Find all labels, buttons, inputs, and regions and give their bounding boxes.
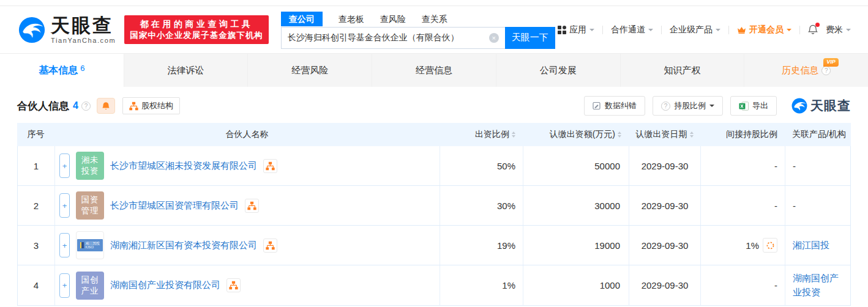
product-link[interactable]: 湘江国投 (793, 239, 829, 253)
partner-logo[interactable]: 湘江国投XJSCI (76, 231, 104, 259)
expand-row-button[interactable]: + (59, 193, 70, 218)
expand-row-button[interactable]: + (59, 233, 70, 257)
search-tab[interactable]: 查公司 (281, 12, 323, 26)
nav-item[interactable]: 开通会员 (737, 24, 791, 35)
column-label: 出资比例 (475, 129, 509, 140)
promo-banner: 都在用的商业查询工具 国家中小企业发展子基金旗下机构 (124, 15, 269, 44)
bell-icon (102, 102, 110, 111)
cell-partner-name: +湘江国投XJSCI湖南湘江新区国有资本投资有限公司 (54, 226, 440, 265)
org-chart-icon (229, 281, 238, 290)
excel-icon (739, 102, 749, 111)
column-label: 认缴出资额(万元) (550, 129, 615, 140)
search-tabs: 查公司查老板查风险查关系 (281, 11, 555, 27)
search-tab[interactable]: 查关系 (422, 12, 447, 26)
partner-name-link[interactable]: 湖南国创产业投资有限公司 (110, 279, 220, 291)
partner-name-link[interactable]: 长沙市望城区湘未投资发展有限公司 (110, 160, 257, 172)
equity-chart-button[interactable] (226, 278, 241, 292)
cell-date: 2029-09-30 (629, 146, 700, 185)
search-input[interactable] (288, 33, 489, 43)
logo-subtitle: TianYanCha.com (51, 37, 116, 44)
search-tab[interactable]: 查风险 (380, 12, 406, 26)
column-header-amount[interactable]: 认缴出资额(万元) (523, 123, 629, 146)
tab-经营风险[interactable]: 经营风险 (248, 54, 372, 87)
monitor-bell-button[interactable] (97, 98, 115, 114)
tab-历史信息[interactable]: 历史信息VIP? (744, 54, 868, 87)
user-menu[interactable]: 费米 (826, 24, 851, 35)
table-body: 1+湘未投资长沙市望城区湘未投资发展有限公司50%500002029-09-30… (17, 146, 851, 306)
tianyancha-logo[interactable]: 天眼查 TianYanCha.com (18, 16, 116, 44)
section-help-icon[interactable]: ? (81, 102, 91, 111)
sort-icon (512, 131, 515, 138)
section-count: 4 (73, 100, 78, 111)
cell-amount: 1000 (523, 265, 629, 305)
notification-dot (815, 23, 820, 27)
data-correction-button[interactable]: 数据纠错 (584, 96, 645, 116)
product-link[interactable]: 湖南国创产业投资 (793, 272, 845, 299)
clear-search-icon[interactable]: × (489, 33, 499, 43)
org-chart-icon (129, 102, 138, 111)
watermark-logo: 天眼查 (791, 97, 851, 114)
expand-row-button[interactable]: + (59, 154, 70, 178)
chevron-down-icon (648, 29, 653, 34)
indirect-path-button[interactable] (763, 238, 777, 253)
column-label: 认缴出资日期 (636, 129, 687, 140)
column-label: 间接持股比例 (726, 129, 777, 140)
tab-基本信息[interactable]: 基本信息6 (0, 54, 124, 87)
ratio-help-icon: ? (661, 102, 670, 111)
column-header-name: 合伙人名称 (54, 123, 440, 146)
avatar-line: 湘未 (81, 155, 99, 166)
column-header-date[interactable]: 认缴出资日期 (629, 123, 700, 146)
cell-amount: 50000 (523, 146, 629, 185)
section-title: 合伙人信息 (17, 99, 69, 113)
cell-partner-name: +湘未投资长沙市望城区湘未投资发展有限公司 (54, 146, 440, 185)
search-submit-button[interactable]: 天眼一下 (505, 27, 555, 49)
tianyancha-swirl-icon (791, 98, 807, 114)
tab-知识产权[interactable]: 知识产权 (621, 54, 745, 87)
nav-item[interactable]: 企业级产品 (670, 24, 720, 35)
equity-structure-button[interactable]: 股权结构 (122, 97, 180, 114)
partner-avatar[interactable]: 国资管理 (76, 191, 104, 220)
org-chart-icon (247, 201, 256, 210)
equity-chart-button[interactable] (263, 239, 277, 253)
tab-法律诉讼[interactable]: 法律诉讼 (124, 54, 249, 87)
cell-seq: 4 (18, 265, 54, 305)
equity-chart-button[interactable] (245, 199, 259, 213)
column-header-ratio[interactable]: 出资比例 (440, 123, 523, 146)
indirect-value: - (774, 280, 777, 290)
sort-icon (690, 131, 694, 138)
data-correction-label: 数据纠错 (605, 100, 637, 111)
cell-partner-name: +国资管理长沙市望城区国资管理有限公司 (54, 186, 440, 225)
product-value: - (793, 161, 796, 171)
partner-avatar[interactable]: 国创产业 (76, 272, 104, 300)
column-label: 序号 (28, 129, 45, 140)
avatar-line: 投资 (81, 166, 99, 177)
crown-icon (737, 26, 746, 34)
header-nav: 应用合作通道企业级产品开通会员费米 (558, 24, 851, 35)
avatar-line: 产业 (81, 286, 99, 297)
partner-name-link[interactable]: 长沙市望城区国资管理有限公司 (110, 200, 239, 212)
tab-公司发展[interactable]: 公司发展 (496, 54, 621, 87)
partner-avatar[interactable]: 湘未投资 (76, 152, 104, 180)
tab-label: 公司发展 (540, 65, 577, 76)
export-button[interactable]: 导出 (730, 96, 777, 116)
expand-row-button[interactable]: + (59, 273, 70, 298)
nav-item[interactable]: 合作通道 (611, 24, 653, 35)
chevron-down-icon (787, 29, 791, 34)
nav-item-label: 企业级产品 (670, 24, 713, 35)
search-tab[interactable]: 查老板 (339, 12, 364, 26)
holding-ratio-button[interactable]: ? 持股比例 (653, 96, 723, 116)
cell-indirect: - (700, 265, 785, 305)
indirect-value: - (774, 161, 777, 171)
cell-indirect: - (700, 146, 785, 185)
site-header: 天眼查 TianYanCha.com 都在用的商业查询工具 国家中小企业发展子基… (0, 6, 868, 53)
watermark-text: 天眼查 (810, 97, 851, 114)
top-strip (0, 0, 868, 6)
notifications-button[interactable] (808, 24, 818, 35)
column-label: 合伙人名称 (226, 129, 269, 140)
equity-chart-button[interactable] (263, 159, 277, 173)
main-tabs: 基本信息6法律诉讼经营风险经营信息公司发展知识产权历史信息VIP? (0, 53, 868, 87)
tab-经营信息[interactable]: 经营信息 (372, 54, 496, 87)
nav-item[interactable]: 应用 (558, 24, 594, 35)
partner-name-link[interactable]: 湖南湘江新区国有资本投资有限公司 (110, 240, 257, 251)
divider (799, 26, 800, 34)
